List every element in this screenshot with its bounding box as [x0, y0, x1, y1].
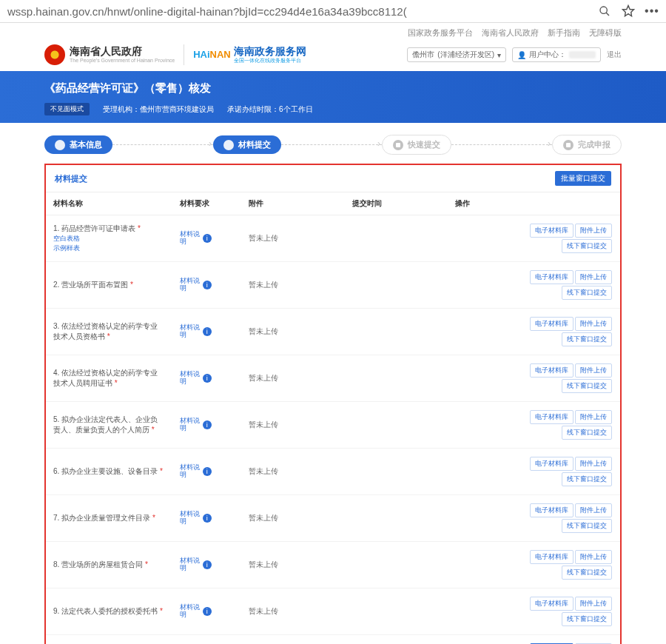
user-icon: 👤 [517, 51, 526, 59]
op-offline-button[interactable]: 线下窗口提交 [562, 472, 612, 486]
op-offline-button[interactable]: 线下窗口提交 [562, 379, 612, 393]
material-requirement-link[interactable]: 材料说明i [180, 324, 234, 339]
op-elib-button[interactable]: 电子材料库 [530, 224, 574, 238]
table-row: 1. 药品经营许可证申请表 *空白表格示例样表材料说明i暂未上传电子材料库附件上… [46, 215, 620, 262]
op-offline-button[interactable]: 线下窗口提交 [562, 332, 612, 346]
op-upload-button[interactable]: 附件上传 [575, 363, 612, 378]
logout-link[interactable]: 退出 [607, 50, 622, 60]
page-title: 《药品经营许可证》（零售）核发 [44, 81, 622, 95]
op-upload-button[interactable]: 附件上传 [575, 503, 612, 517]
op-upload-button[interactable]: 附件上传 [575, 597, 612, 611]
th-req: 材料要求 [172, 192, 241, 215]
op-upload-button[interactable]: 附件上传 [575, 270, 612, 284]
topnav-link-guide[interactable]: 新手指南 [548, 27, 580, 38]
op-elib-button[interactable]: 电子材料库 [530, 457, 574, 471]
attachment-status: 暂未上传 [249, 420, 278, 429]
search-icon[interactable] [598, 4, 611, 18]
page: 国家政务服务平台 海南省人民政府 新手指南 无障碍版 海南省人民政府 The P… [0, 23, 666, 644]
user-name-blurred [569, 51, 596, 58]
op-upload-button[interactable]: 附件上传 [575, 317, 612, 331]
submit-time [345, 215, 448, 262]
svg-marker-2 [623, 6, 634, 16]
info-icon: i [203, 420, 212, 429]
banner: 《药品经营许可证》（零售）核发 不见面模式 受理机构：儋州市营商环境建设局 承诺… [0, 71, 666, 123]
divider [184, 44, 184, 65]
table-row: 6. 拟办企业主要设施、设备目录 *材料说明i暂未上传电子材料库附件上传线下窗口… [46, 449, 620, 495]
org-info: 受理机构：儋州市营商环境建设局 [103, 104, 214, 115]
national-emblem-icon [44, 44, 65, 65]
chevron-down-icon: ▾ [497, 51, 501, 59]
op-elib-button[interactable]: 电子材料库 [530, 597, 574, 611]
op-upload-button[interactable]: 附件上传 [575, 410, 612, 424]
op-upload-button[interactable]: 附件上传 [575, 550, 612, 564]
table-row: 3. 依法经过资格认定的药学专业技术人员资格书 *材料说明i暂未上传电子材料库附… [46, 309, 620, 355]
material-requirement-link[interactable]: 材料说明i [180, 604, 234, 619]
step-material-submit[interactable]: 材料提交 [213, 135, 281, 154]
header: 海南省人民政府 The People's Government of Haina… [0, 41, 666, 71]
svc-name-cn: 海南政务服务网 [234, 46, 306, 57]
submit-time [345, 449, 448, 495]
attachment-status: 暂未上传 [249, 234, 278, 242]
service-logo[interactable]: HAiNAN 海南政务服务网 全国一体化在线政务服务平台 [193, 46, 306, 63]
submit-time [345, 495, 448, 542]
attachment-status: 暂未上传 [249, 607, 278, 615]
deadline-info: 承诺办结时限：6个工作日 [227, 104, 313, 115]
user-center[interactable]: 👤 用户中心： [512, 47, 601, 62]
form-icon [55, 140, 65, 150]
op-elib-button[interactable]: 电子材料库 [530, 503, 574, 517]
op-upload-button[interactable]: 附件上传 [575, 224, 612, 238]
submit-time [345, 542, 448, 588]
material-requirement-link[interactable]: 材料说明i [180, 231, 234, 246]
material-sublink[interactable]: 示例样表 [53, 244, 165, 254]
op-offline-button[interactable]: 线下窗口提交 [562, 519, 612, 533]
material-requirement-link[interactable]: 材料说明i [180, 417, 234, 432]
op-upload-button[interactable]: 附件上传 [575, 457, 612, 471]
material-requirement-link[interactable]: 材料说明i [180, 464, 234, 479]
op-offline-button[interactable]: 线下窗口提交 [562, 239, 612, 253]
check-icon [563, 140, 574, 150]
op-offline-button[interactable]: 线下窗口提交 [562, 426, 612, 440]
submit-time [345, 402, 448, 449]
topnav-link-national[interactable]: 国家政务服务平台 [408, 27, 473, 38]
material-sublink[interactable]: 空白表格 [53, 234, 165, 244]
op-elib-button[interactable]: 电子材料库 [530, 317, 574, 331]
content: 基本信息 材料提交 快速提交 完成申报 材料提交 批量窗口提交 材料名称 材料要… [0, 123, 666, 644]
info-icon: i [203, 327, 212, 336]
table-row: 7. 拟办企业质量管理文件目录 *材料说明i暂未上传电子材料库附件上传线下窗口提… [46, 495, 620, 542]
info-icon: i [203, 560, 212, 569]
info-icon: i [203, 607, 212, 616]
table-row: 5. 拟办企业法定代表人、企业负责人、质量负责人的个人简历 *材料说明i暂未上传… [46, 402, 620, 449]
material-requirement-link[interactable]: 材料说明i [180, 371, 234, 386]
op-offline-button[interactable]: 线下窗口提交 [562, 286, 612, 300]
op-elib-button[interactable]: 电子材料库 [530, 410, 574, 424]
attachment-status: 暂未上传 [249, 327, 278, 335]
th-name: 材料名称 [46, 192, 172, 215]
th-op: 操作 [448, 192, 620, 215]
info-icon: i [203, 234, 212, 243]
op-elib-button[interactable]: 电子材料库 [530, 550, 574, 564]
step-basic-info[interactable]: 基本信息 [44, 135, 112, 154]
location-selector[interactable]: 儋州市(洋浦经济开发区)▾ [407, 47, 506, 62]
material-requirement-link[interactable]: 材料说明i [180, 511, 234, 526]
svc-name-en: 全国一体化在线政务服务平台 [234, 58, 306, 64]
header-right: 儋州市(洋浦经济开发区)▾ 👤 用户中心： 退出 [407, 47, 622, 62]
favorite-star-icon[interactable] [622, 4, 635, 18]
topnav-link-gov[interactable]: 海南省人民政府 [482, 27, 539, 38]
topnav-link-accessible[interactable]: 无障碍版 [589, 27, 622, 38]
op-elib-button[interactable]: 电子材料库 [530, 270, 574, 284]
op-offline-button[interactable]: 线下窗口提交 [562, 612, 612, 626]
svg-line-1 [606, 13, 609, 16]
step-quick-submit: 快速提交 [382, 135, 451, 155]
more-dots-icon[interactable]: ••• [645, 4, 659, 18]
info-icon: i [203, 374, 212, 383]
op-offline-button[interactable]: 线下窗口提交 [562, 566, 612, 580]
table-row: 8. 营业场所的房屋租赁合同 *材料说明i暂未上传电子材料库附件上传线下窗口提交 [46, 542, 620, 588]
table-row: 10. 被委托人身份证 * 原件材料说明i暂未上传电子证照库附件上传电子材料库线… [46, 635, 620, 645]
table-row: 4. 依法经过资格认定的药学专业技术人员聘用证书 *材料说明i暂未上传电子材料库… [46, 355, 620, 402]
batch-submit-button[interactable]: 批量窗口提交 [555, 171, 611, 186]
gov-logo[interactable]: 海南省人民政府 The People's Government of Haina… [44, 44, 175, 65]
material-requirement-link[interactable]: 材料说明i [180, 278, 234, 292]
material-requirement-link[interactable]: 材料说明i [180, 557, 234, 572]
op-elib-button[interactable]: 电子材料库 [530, 363, 574, 378]
step-bar: 基本信息 材料提交 快速提交 完成申报 [44, 135, 622, 155]
